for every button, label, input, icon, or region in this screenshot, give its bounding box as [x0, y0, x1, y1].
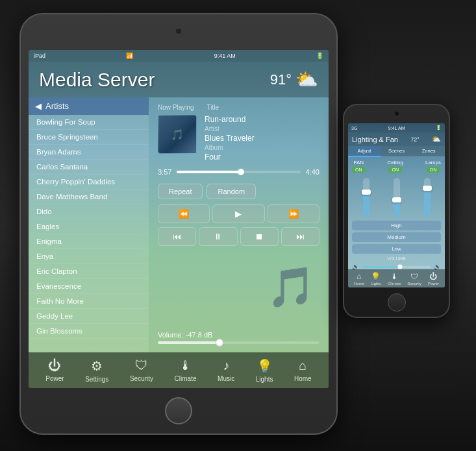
random-button[interactable]: Random — [207, 184, 256, 199]
np-title: Run-around — [205, 115, 255, 124]
tab-music[interactable]: ♪Music — [218, 358, 234, 382]
settings-icon: ⚙ — [91, 358, 103, 374]
iphone-bottom-tab-security[interactable]: 🛡Security — [407, 272, 421, 286]
tab-label-security: Security — [130, 375, 153, 382]
preset-low[interactable]: Low — [352, 244, 441, 254]
iphone-slider-1[interactable] — [384, 178, 409, 217]
preset-high[interactable]: High — [352, 221, 441, 230]
artist-list-item[interactable]: Bowling For Soup — [29, 115, 149, 130]
iphone-vol-thumb — [397, 265, 402, 269]
iphone-tabs: AdjustScenesZones — [348, 146, 445, 157]
status-time: 9:41 AM — [214, 53, 236, 59]
np-progress-row: 3:57 4:40 — [158, 168, 319, 176]
iphone-slider-2[interactable] — [414, 178, 440, 217]
iphone-screen: 3G 9:41 AM 🔋 Lighting & Fan 72° ⛅ Adjust… — [348, 123, 445, 287]
iphone-slider-0[interactable] — [353, 178, 379, 217]
iphone-vol-fill — [362, 266, 400, 268]
tab-label-home: Home — [294, 375, 312, 382]
artist-list-item[interactable]: Carlos Santana — [29, 160, 149, 175]
control-label: Lamps — [425, 160, 441, 165]
artist-list-item[interactable]: Bruce Springsteen — [29, 130, 149, 145]
preset-medium[interactable]: Medium — [352, 232, 441, 242]
repeat-button[interactable]: Repeat — [158, 184, 203, 199]
control-status[interactable]: ON — [427, 167, 440, 173]
play-button[interactable]: ▶ — [212, 204, 264, 223]
tab-climate[interactable]: 🌡Climate — [175, 358, 197, 382]
control-status[interactable]: ON — [352, 167, 366, 173]
artist-list-item[interactable]: Cherry Poppin' Daddies — [29, 175, 149, 189]
album-art-inner: 🎵 — [158, 116, 196, 153]
artists-label: Artists — [45, 101, 69, 111]
np-header-col2: Title — [207, 104, 219, 111]
np-album: Four — [205, 152, 255, 162]
iphone-battery-icon: 🔋 — [436, 125, 442, 130]
music-note-decoration: 🎵 — [267, 264, 316, 310]
home-icon: ⌂ — [299, 358, 307, 373]
iphone-tab-scenes[interactable]: Scenes — [381, 146, 413, 157]
artist-list-item[interactable]: Gin Blossoms — [29, 324, 149, 339]
security-icon: 🛡 — [410, 272, 418, 281]
tab-settings[interactable]: ⚙Settings — [85, 358, 108, 383]
np-artist: Blues Traveler — [205, 134, 255, 143]
iphone-controls: FANONCeilingONLampsON — [348, 157, 445, 175]
np-details: Run-around Artist Blues Traveler Album F… — [205, 115, 255, 162]
ipad-home-button[interactable] — [165, 397, 192, 424]
np-progress-bar[interactable] — [177, 171, 300, 173]
artist-list-item[interactable]: Eagles — [29, 219, 149, 234]
weather-widget: 91° ⛅ — [270, 69, 318, 90]
iphone-camera — [395, 112, 399, 116]
artist-list-item[interactable]: Enigma — [29, 234, 149, 249]
climate-icon: 🌡 — [179, 358, 192, 373]
page-title: Media Server — [39, 69, 155, 91]
ipad-screen: iPad 📶 9:41 AM 🔋 Media Server 91° ⛅ ◀ Ar… — [29, 50, 329, 388]
iphone-control-fan: FANON — [352, 160, 366, 173]
fast-forward-button[interactable]: ⏩ — [268, 204, 319, 223]
tab-power[interactable]: ⏻Power — [45, 358, 64, 382]
artist-panel-header: ◀ Artists — [29, 97, 149, 115]
ipad-header: Media Server 91° ⛅ — [29, 62, 329, 97]
iphone-home-button[interactable] — [388, 293, 406, 311]
artist-list-item[interactable]: Enya — [29, 249, 149, 264]
volume-bar[interactable] — [158, 341, 319, 344]
lights-icon: 💡 — [371, 272, 381, 281]
tab-security[interactable]: 🛡Security — [130, 358, 153, 382]
weather-temp: 91° — [270, 71, 292, 88]
iphone-device: 3G 9:41 AM 🔋 Lighting & Fan 72° ⛅ Adjust… — [343, 104, 450, 318]
slider-track — [394, 178, 400, 217]
np-controls-row-1: ⏪ ▶ ⏩ — [158, 204, 319, 223]
np-header: Now Playing Title — [158, 104, 319, 111]
iphone-bottom-tab-lights[interactable]: 💡Lights — [371, 272, 381, 286]
pause-button[interactable]: ⏸ — [199, 227, 237, 246]
slider-track — [424, 178, 431, 217]
iphone-control-lamps: LampsON — [425, 160, 441, 173]
tab-lights[interactable]: 💡Lights — [256, 358, 273, 383]
tab-home[interactable]: ⌂Home — [294, 358, 312, 382]
next-track-button[interactable]: ⏭ — [281, 227, 319, 246]
stop-button[interactable]: ⏹ — [240, 227, 279, 246]
control-status[interactable]: ON — [388, 167, 402, 173]
artist-list-item[interactable]: Geddy Lee — [29, 309, 149, 324]
back-icon[interactable]: ◀ — [35, 101, 42, 111]
iphone-bottom-tab-home[interactable]: ⌂Home — [354, 272, 364, 286]
rewind-button[interactable]: ⏪ — [158, 204, 210, 223]
volume-fill — [158, 341, 219, 344]
tab-label-power: Power — [45, 375, 64, 382]
np-header-col1: Now Playing — [158, 104, 194, 111]
artist-list-item[interactable]: Eric Clapton — [29, 264, 149, 279]
artist-list-item[interactable]: Bryan Adams — [29, 145, 149, 160]
iphone-tab-zones[interactable]: Zones — [412, 146, 445, 157]
iphone-bottom-tab-climate[interactable]: 🌡Climate — [388, 272, 401, 286]
artist-list-item[interactable]: Evanescence — [29, 279, 149, 294]
power-icon: ⏻ — [48, 358, 61, 373]
artist-list-item[interactable]: Faith No More — [29, 294, 149, 309]
iphone-bottom-tab-power[interactable]: ⏻Power — [428, 272, 439, 286]
np-controls-row-2: ⏮ ⏸ ⏹ ⏭ — [158, 227, 319, 246]
iphone-vol-track[interactable] — [362, 266, 431, 268]
artist-list-item[interactable]: Dido — [29, 204, 149, 219]
status-left: iPad — [34, 53, 45, 59]
iphone-tab-adjust[interactable]: Adjust — [348, 146, 381, 157]
artist-list-item[interactable]: Dave Matthews Band — [29, 189, 149, 204]
np-info-row: 🎵 Run-around Artist Blues Traveler Album… — [158, 115, 319, 162]
iphone-header: Lighting & Fan 72° ⛅ — [348, 132, 445, 146]
prev-track-button[interactable]: ⏮ — [158, 227, 196, 246]
